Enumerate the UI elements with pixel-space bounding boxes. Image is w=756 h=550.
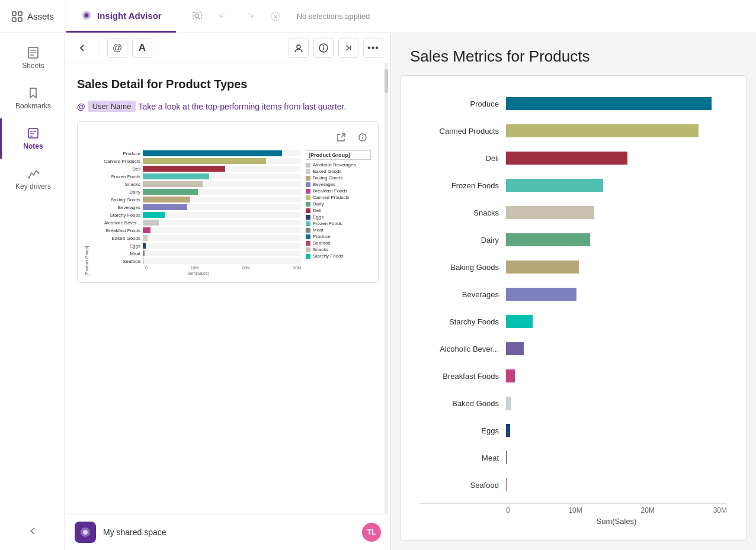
at-button[interactable]: @ [107,38,127,58]
big-bar-track [506,424,727,437]
legend-label: Canned Products [313,195,350,200]
big-bar-row: Starchy Foods [420,313,727,330]
right-panel: Sales Metrics for Products Produce Canne… [391,33,756,550]
sidebar-item-sheets[interactable]: Sheets [0,38,65,78]
bookmarks-label: Bookmarks [15,102,51,110]
key-drivers-icon [27,167,40,180]
big-bar-track [506,124,727,137]
big-bar-label: Snacks [420,208,506,217]
small-bar-label: Baking Goods [95,197,143,202]
small-bar-fill [143,250,145,256]
small-bar-track [143,243,301,249]
notes-content[interactable]: Sales Detail for Product Types @ User Na… [65,63,390,514]
small-bar-track [143,150,301,156]
insight-advisor-tab[interactable]: Insight Advisor [66,0,176,33]
big-bar-fill [506,260,579,274]
notes-bottom: My shared space TL [65,514,390,550]
assets-tab[interactable]: Assets [0,0,66,33]
big-bar-label: Dairy [420,236,506,245]
clear-icon[interactable] [266,7,285,26]
small-bar-label: Beverages [95,205,143,210]
small-bar-row: Starchy Foods [95,212,301,218]
small-bar-label: Baked Goods [95,236,143,241]
legend-label: Produce [313,234,331,239]
notes-label: Notes [23,142,43,150]
user-avatar: TL [362,523,381,542]
small-bar-fill [143,220,159,226]
mention-text: Take a look at the top-performing items … [138,102,346,111]
legend-item: Produce [306,234,371,239]
info-button[interactable] [313,38,334,58]
legend-label: Baked Goods [313,169,341,174]
small-bar-label: Alcoholic Bever... [95,220,143,226]
big-bar-row: Baking Goods [420,259,727,275]
small-bar-row: Baking Goods [95,197,301,202]
legend-color [306,202,310,207]
big-bar-fill [506,451,507,464]
legend-color [306,247,310,252]
search-icon[interactable] [188,7,207,26]
big-bar-label: Deli [420,154,506,163]
embedded-chart: [Product Group] Produce Canned Products … [77,121,379,283]
legend-color [306,176,310,181]
sidebar-item-key-drivers[interactable]: Key drivers [0,159,65,199]
small-bar-track [143,258,301,264]
big-bar-label: Breakfast Foods [420,372,506,381]
small-bar-row: Breakfast Foods [95,227,301,233]
sidebar-item-notes[interactable]: Notes [0,118,65,159]
chart-share-button[interactable] [333,129,350,146]
big-bar-row: Eggs [420,422,727,439]
small-bar-row: Frozen Foods [95,173,301,179]
sidebar-item-bookmarks[interactable]: Bookmarks [0,78,65,118]
big-bar-row: Produce [420,95,727,112]
skip-button[interactable] [338,38,358,58]
legend-color [306,254,310,259]
small-bar-label: Dairy [95,189,143,195]
redo-icon[interactable] [240,7,259,26]
big-bar-track [506,179,727,192]
undo-icon[interactable] [214,7,233,26]
legend-color [306,234,310,239]
legend-color [306,228,310,233]
big-bar-track [506,97,727,110]
legend-item: Baking Goods [306,175,371,181]
big-bar-label: Frozen Foods [420,181,506,190]
small-bar-track [143,250,301,256]
font-button[interactable]: A [132,38,152,58]
legend-item: Baked Goods [306,169,371,174]
more-button[interactable]: ••• [363,38,383,58]
back-button[interactable] [72,38,92,58]
more-symbol: ••• [367,43,379,53]
small-bar-track [143,197,301,202]
small-bar-fill [143,227,150,233]
small-bar-row: Dairy [95,189,301,195]
big-bar-fill [506,315,533,328]
small-bar-label: Deli [95,166,143,172]
big-x-title: Sum(Sales) [420,517,727,526]
small-bar-track [143,173,301,179]
big-bar-fill [506,97,712,110]
big-bar-fill [506,478,507,491]
legend-item: Beverages [306,182,371,187]
font-symbol: A [139,42,146,54]
mention-line: @ User Name Take a look at the top-perfo… [77,101,379,112]
legend-color [306,241,310,246]
no-selections-text: No selections applied [297,12,370,21]
svg-rect-1 [18,12,22,15]
small-bar-label: Starchy Foods [95,213,143,218]
chart-info-button[interactable] [354,129,371,146]
notes-panel: @ A ••• Sales Detail for Product Types @ [65,33,391,550]
legend-label: Starchy Foods [313,253,344,259]
small-bar-fill [143,150,282,156]
sidebar: Sheets Bookmarks Notes Key drivers [0,33,65,550]
big-bar-track [506,451,727,464]
legend-item: Canned Products [306,195,371,200]
small-bar-row: Alcoholic Bever... [95,220,301,226]
people-button[interactable] [289,38,309,58]
chart-toolbar [85,129,371,146]
collapse-button[interactable] [23,522,42,541]
small-bar-row: Produce [95,150,301,156]
small-bar-fill [143,204,187,210]
at-symbol: @ [113,43,122,53]
scroll-thumb [385,69,388,93]
